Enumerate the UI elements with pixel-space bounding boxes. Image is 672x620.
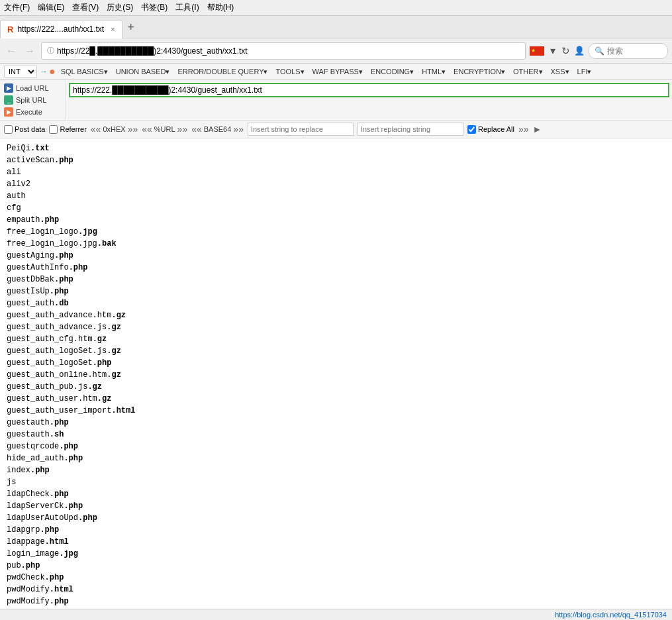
menu-other[interactable]: OTHER▾ xyxy=(510,67,546,77)
menu-file[interactable]: 文件(F) xyxy=(4,2,30,13)
menu-waf-bypass[interactable]: WAF BYPASS▾ xyxy=(310,67,365,77)
menu-edit[interactable]: 编辑(E) xyxy=(38,2,64,13)
menu-tools[interactable]: 工具(I) xyxy=(175,2,199,13)
tab-close-button[interactable]: × xyxy=(111,25,115,33)
referrer-checkbox[interactable] xyxy=(49,125,58,134)
url-row: ▶ Load URL ⎯ Split URL ▶ Execute xyxy=(0,80,672,121)
split-url-button[interactable]: ⎯ Split URL xyxy=(3,95,63,105)
list-item: pub.php xyxy=(7,560,665,572)
address-input-wrap[interactable]: ⓘ xyxy=(41,42,526,60)
replacing-string-input[interactable] xyxy=(358,123,463,136)
status-bar: https://blog.csdn.net/qq_41517034 xyxy=(0,609,672,620)
execute-icon: ▶ xyxy=(4,107,13,117)
menu-error-double-query[interactable]: ERROR/DOUBLE QUERY▾ xyxy=(175,67,270,77)
list-item: pwdModify.php xyxy=(7,595,665,607)
list-item: ldappage.html xyxy=(7,536,665,548)
split-url-icon: ⎯ xyxy=(4,95,13,105)
list-item: free_login_logo.jpg.bak xyxy=(7,238,665,250)
profile-icon[interactable]: 👤 xyxy=(574,46,585,56)
referrer-label[interactable]: Referrer xyxy=(49,125,86,134)
menu-tools[interactable]: TOOLS▾ xyxy=(273,67,307,77)
list-item: guest_auth_logoSet.php xyxy=(7,357,665,369)
list-item: js xyxy=(7,476,665,488)
replace-string-input[interactable] xyxy=(248,123,354,136)
address-bar: ← → ⓘ ▾ ↻ 👤 🔍 xyxy=(0,38,672,64)
list-item: aliv2 xyxy=(7,178,665,190)
base64-encode-group: «« BASE64 »» xyxy=(191,124,244,134)
base64-arrow-right[interactable]: »» xyxy=(233,124,244,134)
active-tab[interactable]: R https://222....auth/xx1.txt × xyxy=(0,20,122,38)
list-item: guestauth.php xyxy=(7,417,665,429)
list-item: ali xyxy=(7,166,665,178)
address-input[interactable] xyxy=(57,46,520,56)
lock-icon: ⓘ xyxy=(47,46,54,56)
hex-label[interactable]: 0xHEX xyxy=(103,125,125,133)
list-item: PeiQi.txt xyxy=(7,142,665,154)
replace-all-checkbox[interactable] xyxy=(467,125,476,134)
url-arrow-right[interactable]: »» xyxy=(177,124,188,134)
list-item: pwdCheck.php xyxy=(7,572,665,584)
replace-arrow-end[interactable]: ► xyxy=(533,124,542,134)
menu-html[interactable]: HTML▾ xyxy=(419,67,448,77)
list-item: index.php xyxy=(7,464,665,476)
menu-encoding[interactable]: ENCODING▾ xyxy=(368,67,416,77)
menu-bookmarks[interactable]: 书签(B) xyxy=(141,2,168,13)
status-url: https://blog.csdn.net/qq_41517034 xyxy=(555,611,667,619)
post-row: Post data Referrer «« 0xHEX »» «« %URL »… xyxy=(0,121,672,138)
load-url-icon: ▶ xyxy=(4,83,13,93)
menu-view[interactable]: 查看(V) xyxy=(72,2,99,13)
post-data-label[interactable]: Post data xyxy=(4,125,45,134)
list-item: ldapServerCk.php xyxy=(7,500,665,512)
search-wrap[interactable]: 🔍 xyxy=(589,43,668,59)
base64-label[interactable]: BASE64 xyxy=(204,125,232,133)
menu-history[interactable]: 历史(S) xyxy=(107,2,133,13)
list-item: ldapCheck.php xyxy=(7,488,665,500)
list-item: guest_auth.db xyxy=(7,297,665,309)
split-url-label: Split URL xyxy=(16,96,46,104)
int-select[interactable]: INT xyxy=(4,66,37,78)
menu-xss[interactable]: XSS▾ xyxy=(548,67,572,77)
url-input-field[interactable] xyxy=(69,83,669,97)
execute-button[interactable]: ▶ Execute xyxy=(3,107,63,117)
list-item: guestAging.php xyxy=(7,250,665,262)
list-item: guestDbBak.php xyxy=(7,274,665,285)
flag-dropdown[interactable]: ▾ xyxy=(548,44,557,57)
tab-favicon: R xyxy=(7,25,13,34)
search-input[interactable] xyxy=(607,46,660,56)
menu-help[interactable]: 帮助(H) xyxy=(207,2,234,13)
menu-encryption[interactable]: ENCRYPTION▾ xyxy=(451,67,508,77)
forward-button[interactable]: → xyxy=(23,45,37,57)
load-url-label: Load URL xyxy=(16,84,49,92)
new-tab-button[interactable]: + xyxy=(122,21,140,34)
list-item: guestIsUp.php xyxy=(7,285,665,297)
left-tools: ▶ Load URL ⎯ Split URL ▶ Execute xyxy=(0,80,66,120)
hex-arrow-left[interactable]: «« xyxy=(91,124,101,134)
menu-union-based[interactable]: UNION BASED▾ xyxy=(113,67,173,77)
search-icon: 🔍 xyxy=(595,46,604,56)
menu-lfi[interactable]: LFI▾ xyxy=(575,67,595,77)
load-url-button[interactable]: ▶ Load URL xyxy=(3,83,63,93)
url-arrow-left[interactable]: «« xyxy=(142,124,152,134)
list-item: guest_auth_user_import.html xyxy=(7,405,665,417)
list-item: guest_auth_advance.js.gz xyxy=(7,321,665,333)
list-item: pwdModify.html xyxy=(7,584,665,595)
nav-icon-arrow[interactable]: → xyxy=(40,67,48,76)
reload-button[interactable]: ↻ xyxy=(561,45,570,57)
post-data-checkbox[interactable] xyxy=(4,125,13,134)
list-item: cfg xyxy=(7,202,665,214)
list-item: guest_auth_advance.htm.gz xyxy=(7,309,665,321)
base64-arrow-left[interactable]: «« xyxy=(191,124,202,134)
list-item: guest_auth_cfg.htm.gz xyxy=(7,333,665,345)
hex-arrow-right[interactable]: »» xyxy=(128,124,138,134)
list-item: ldapUserAutoUpd.php xyxy=(7,512,665,524)
list-item: login_image.jpg xyxy=(7,548,665,560)
url-encode-group: «« %URL »» xyxy=(142,124,187,134)
list-item: guestAuthInfo.php xyxy=(7,262,665,274)
list-item: activeScan.php xyxy=(7,154,665,166)
menu-sql-basics[interactable]: SQL BASICS▾ xyxy=(58,67,111,77)
nav-icon-dot[interactable]: ● xyxy=(49,66,56,78)
replace-arrow-right[interactable]: »» xyxy=(518,124,529,134)
list-item: guestqrcode.php xyxy=(7,440,665,452)
back-button[interactable]: ← xyxy=(4,45,19,57)
url-label[interactable]: %URL xyxy=(154,125,175,133)
